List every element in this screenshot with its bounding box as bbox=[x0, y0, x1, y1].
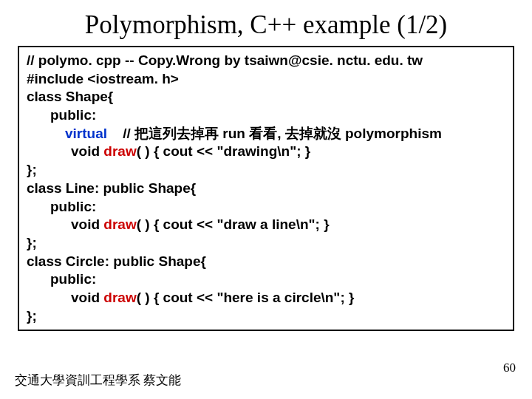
code-line: void draw( ) { cout << "draw a line\n"; … bbox=[27, 216, 505, 234]
code-line: // polymo. cpp -- Copy.Wrong by tsaiwn@c… bbox=[27, 52, 505, 70]
code-line: virtual // 把這列去掉再 run 看看, 去掉就沒 polymorph… bbox=[27, 125, 505, 143]
code-line: }; bbox=[27, 307, 505, 326]
footer-text: 交通大學資訓工程學系 蔡文能 bbox=[15, 372, 181, 389]
code-text: ( ) { cout << "here is a circle\n"; } bbox=[137, 290, 355, 305]
code-line: class Line: public Shape{ bbox=[27, 180, 505, 198]
code-text: void bbox=[71, 216, 103, 232]
code-line: class Circle: public Shape{ bbox=[27, 253, 505, 271]
code-text: ( ) { cout << "drawing\n"; } bbox=[137, 143, 310, 159]
code-text: ( ) { cout << "draw a line\n"; } bbox=[137, 216, 330, 232]
code-comment: // 把這列去掉再 run 看看, 去掉就沒 polymorphism bbox=[123, 126, 442, 141]
code-line: #include <iostream. h> bbox=[27, 70, 505, 89]
method-draw: draw bbox=[103, 290, 136, 305]
code-line: public: bbox=[27, 106, 505, 125]
code-line: class Shape{ bbox=[27, 88, 505, 106]
code-block: // polymo. cpp -- Copy.Wrong by tsaiwn@c… bbox=[18, 46, 514, 331]
code-line: }; bbox=[27, 234, 505, 253]
method-draw: draw bbox=[103, 216, 136, 232]
code-text: void bbox=[71, 290, 103, 305]
method-draw: draw bbox=[103, 143, 136, 159]
code-line: void draw( ) { cout << "here is a circle… bbox=[27, 289, 505, 307]
code-text: void bbox=[71, 143, 103, 159]
page-number: 60 bbox=[503, 361, 516, 375]
keyword-virtual: virtual bbox=[65, 126, 107, 141]
code-line: void draw( ) { cout << "drawing\n"; } bbox=[27, 143, 505, 161]
code-line: public: bbox=[27, 270, 505, 289]
code-line: }; bbox=[27, 161, 505, 180]
code-line: public: bbox=[27, 198, 505, 216]
slide-title: Polymorphism, C++ example (1/2) bbox=[0, 0, 532, 46]
slide: Polymorphism, C++ example (1/2) // polym… bbox=[0, 0, 532, 399]
